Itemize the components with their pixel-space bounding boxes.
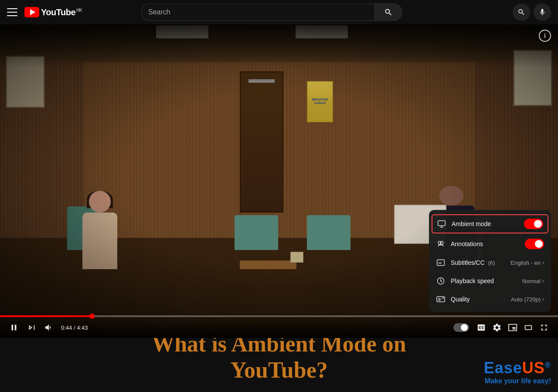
svg-point-2 [440,241,443,244]
registered-mark: ® [545,361,551,369]
door [240,71,283,213]
miniplayer-button[interactable] [506,321,520,335]
door-window [248,79,275,83]
tissue-box [290,252,303,263]
next-button[interactable] [24,321,38,335]
easeus-brand: EaseUS® [484,359,551,377]
wall-art-left [6,56,45,108]
search-button[interactable] [374,3,402,21]
settings-panel: Ambient mode Annotations [429,210,551,312]
theater-icon [524,323,533,332]
quality-chevron: › [542,296,544,302]
person-left-body [82,213,117,269]
easeus-us: US [522,359,545,377]
chair-center-1 [235,215,278,250]
header: YouTubeHK [0,0,558,24]
pause-icon [9,323,19,332]
miniplayer-icon [508,323,517,332]
ambient-mode-label: Ambient mode [452,220,524,227]
subtitles-label: Subtitles/CC (6) [451,259,510,266]
easeus-tagline: Make your life easy! [484,377,551,385]
annotations-icon [436,239,446,249]
annotations-toggle[interactable] [525,239,544,249]
search-icon-header [517,8,525,16]
poster: BRIGHTERHUMAN [307,81,333,122]
search-icon-btn[interactable] [513,3,530,21]
autoplay-toggle[interactable] [453,323,469,332]
chair-center-2 [307,215,350,250]
poster-text: BRIGHTERHUMAN [312,98,328,105]
autoplay-container [453,323,469,332]
subtitles-value: English - en › [510,260,544,266]
svg-text:CC: CC [438,262,442,264]
subtitles-chevron: › [542,260,544,266]
settings-subtitles[interactable]: CC Subtitles/CC (6) English - en › [429,253,551,272]
svg-rect-7 [442,297,444,299]
quality-icon [436,294,446,304]
annotations-toggle-knob [535,240,543,248]
microphone-btn[interactable] [534,3,551,21]
theater-button[interactable] [521,321,535,335]
microphone-icon [538,8,546,16]
settings-quality[interactable]: Quality Auto (720p) › [429,290,551,308]
svg-rect-0 [438,221,446,226]
settings-icon [492,323,502,332]
volume-button[interactable] [42,321,56,335]
youtube-logo[interactable]: YouTubeHK [24,7,82,17]
easeus-ease: Ease [484,359,522,377]
next-icon [27,323,36,332]
ambient-mode-icon [437,219,446,229]
settings-annotations[interactable]: Annotations [429,234,551,253]
header-right [513,3,551,21]
search-input[interactable] [141,3,374,21]
quality-label: Quality [451,296,511,303]
ceiling-light-2 [296,25,348,38]
playback-speed-value: Normal › [522,278,544,284]
quality-value: Auto (720p) › [511,296,544,303]
easeus-logo: EaseUS® Make your life easy! [484,359,551,385]
settings-button[interactable] [490,321,504,335]
ambient-mode-toggle[interactable] [524,219,543,229]
settings-ambient-mode[interactable]: Ambient mode [432,214,548,233]
search-bar [141,3,402,21]
ambient-mode-toggle-knob [534,220,542,228]
fullscreen-icon [539,323,549,332]
youtube-wordmark: YouTubeHK [41,7,82,17]
ceiling [0,24,558,62]
volume-icon [44,323,54,332]
ceiling-light-1 [156,25,208,38]
settings-playback-speed[interactable]: Playback speed Normal › [429,272,551,290]
person-right-head [439,186,463,206]
coffee-table [240,260,296,269]
captions-icon [476,323,486,332]
controls-bar: 0:44 / 4:43 [0,317,558,338]
playback-speed-chevron: › [542,278,544,284]
playback-speed-icon [436,276,446,286]
fullscreen-button[interactable] [537,321,551,335]
play-pause-button[interactable] [7,321,21,335]
header-left: YouTubeHK [7,7,82,17]
person-left-head [89,191,111,213]
captions-button[interactable] [474,321,488,335]
wall-art-right [513,50,552,106]
time-display: 0:44 / 4:43 [61,324,88,331]
subtitles-icon: CC [436,258,446,267]
hamburger-menu[interactable] [7,8,17,16]
person-left [78,191,122,269]
search-icon [384,8,393,17]
controls-right [453,321,551,335]
video-player[interactable]: BRIGHTERHUMAN [0,24,558,338]
annotations-label: Annotations [451,240,525,247]
info-button[interactable]: i [539,30,551,42]
bottom-content: What is Ambient Mode on YouTube? EaseUS®… [0,338,558,392]
video-overlay-title: What is Ambient Mode on YouTube? [0,338,558,383]
search-container [141,3,402,21]
youtube-icon [24,7,39,17]
playback-speed-label: Playback speed [451,277,522,284]
